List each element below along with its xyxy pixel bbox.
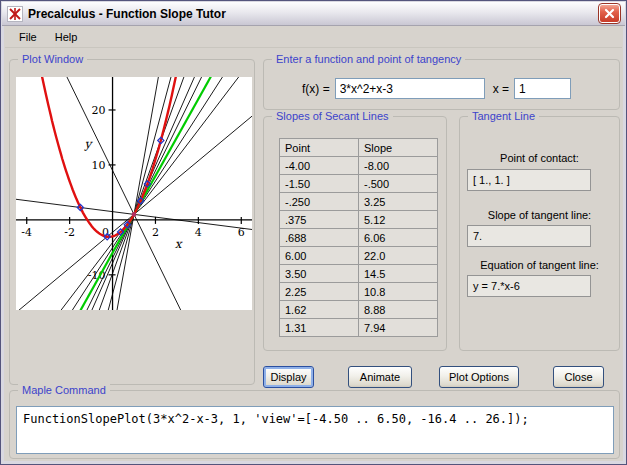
table-row[interactable]: 2.2510.8	[280, 283, 438, 301]
close-window-button[interactable]	[599, 4, 620, 23]
function-entry-group: Enter a function and point of tangency f…	[263, 59, 620, 110]
point-of-contact-value: [ 1., 1. ]	[467, 169, 591, 191]
table-cell: 1.62	[280, 301, 359, 319]
equation-of-tangent-value: y = 7.*x-6	[467, 275, 591, 297]
table-cell: 14.5	[359, 265, 438, 283]
menu-help[interactable]: Help	[47, 29, 86, 45]
tangent-line-group: Tangent Line Point of contact: [ 1., 1. …	[459, 116, 620, 351]
table-row[interactable]: -4.00-8.00	[280, 157, 438, 175]
plot-window-group-title: Plot Window	[18, 53, 87, 66]
table-cell: .688	[280, 229, 359, 247]
point-of-contact-label: Point of contact:	[460, 152, 619, 164]
secant-table: Point Slope -4.00-8.00-1.50-.500-.2503.2…	[279, 138, 438, 337]
table-row[interactable]: -.2503.25	[280, 193, 438, 211]
display-button[interactable]: Display	[263, 366, 314, 388]
table-cell: 7.94	[359, 319, 438, 337]
secant-slopes-group-title: Slopes of Secant Lines	[272, 110, 393, 123]
table-cell: .375	[280, 211, 359, 229]
secant-table-header-point: Point	[280, 139, 359, 157]
table-cell: -4.00	[280, 157, 359, 175]
table-cell: -8.00	[359, 157, 438, 175]
table-cell: 1.31	[280, 319, 359, 337]
table-cell: 22.0	[359, 247, 438, 265]
table-row[interactable]: 1.317.94	[280, 319, 438, 337]
table-cell: -1.50	[280, 175, 359, 193]
svg-text:6: 6	[238, 226, 245, 239]
table-cell: -.500	[359, 175, 438, 193]
secant-slopes-group: Slopes of Secant Lines Point Slope -4.00…	[263, 116, 447, 351]
table-cell: 2.25	[280, 283, 359, 301]
svg-text:x: x	[175, 237, 183, 251]
menu-file[interactable]: File	[11, 29, 45, 45]
close-button[interactable]: Close	[553, 366, 604, 388]
svg-text:-4: -4	[21, 226, 32, 239]
secant-table-header-row: Point Slope	[280, 139, 438, 157]
table-cell: 6.06	[359, 229, 438, 247]
tangent-line-group-title: Tangent Line	[468, 110, 539, 123]
svg-text:-2: -2	[64, 226, 75, 239]
svg-text:10: 10	[92, 159, 106, 172]
svg-text:y: y	[84, 137, 94, 151]
table-row[interactable]: 6.0022.0	[280, 247, 438, 265]
window-title: Precalculus - Function Slope Tutor	[28, 7, 594, 21]
fx-input[interactable]	[335, 78, 485, 99]
svg-text:20: 20	[92, 104, 106, 117]
svg-text:2: 2	[152, 226, 159, 239]
function-entry-row: f(x) = x =	[264, 78, 619, 99]
slope-of-tangent-value: 7.	[467, 225, 591, 247]
plot-options-button[interactable]: Plot Options	[439, 366, 519, 388]
menu-bar: File Help	[5, 27, 622, 48]
table-row[interactable]: 3.5014.5	[280, 265, 438, 283]
table-cell: 6.00	[280, 247, 359, 265]
maple-command-group-title: Maple Command	[18, 384, 110, 397]
table-cell: -.250	[280, 193, 359, 211]
table-cell: 10.8	[359, 283, 438, 301]
table-cell: 5.12	[359, 211, 438, 229]
table-row[interactable]: 1.628.88	[280, 301, 438, 319]
maple-command-group: Maple Command FunctionSlopePlot(3*x^2-x-…	[9, 390, 620, 459]
equation-of-tangent-label: Equation of tangent line:	[460, 259, 619, 271]
table-row[interactable]: .3755.12	[280, 211, 438, 229]
plot-area: -4-20246-101020xy	[16, 77, 252, 310]
title-bar[interactable]: Precalculus - Function Slope Tutor	[2, 2, 625, 26]
table-cell: 8.88	[359, 301, 438, 319]
table-cell: 3.50	[280, 265, 359, 283]
plot-window-group: Plot Window -4-20246-101020xy	[9, 59, 255, 385]
fx-label: f(x) =	[302, 82, 330, 96]
animate-button[interactable]: Animate	[348, 366, 412, 388]
plot-svg: -4-20246-101020xy	[16, 77, 252, 310]
slope-of-tangent-label: Slope of tangent line:	[460, 209, 619, 221]
x-input[interactable]	[514, 78, 571, 99]
svg-text:4: 4	[195, 226, 202, 239]
x-label: x =	[493, 82, 509, 96]
table-cell: 3.25	[359, 193, 438, 211]
maple-command-text[interactable]: FunctionSlopePlot(3*x^2-x-3, 1, 'view'=[…	[16, 406, 614, 454]
secant-table-header-slope: Slope	[359, 139, 438, 157]
function-entry-group-title: Enter a function and point of tangency	[272, 53, 465, 66]
app-window: Precalculus - Function Slope Tutor File …	[0, 0, 627, 465]
table-row[interactable]: .6886.06	[280, 229, 438, 247]
secant-table-body: -4.00-8.00-1.50-.500-.2503.25.3755.12.68…	[280, 157, 438, 337]
maple-app-icon	[7, 6, 23, 22]
table-row[interactable]: -1.50-.500	[280, 175, 438, 193]
